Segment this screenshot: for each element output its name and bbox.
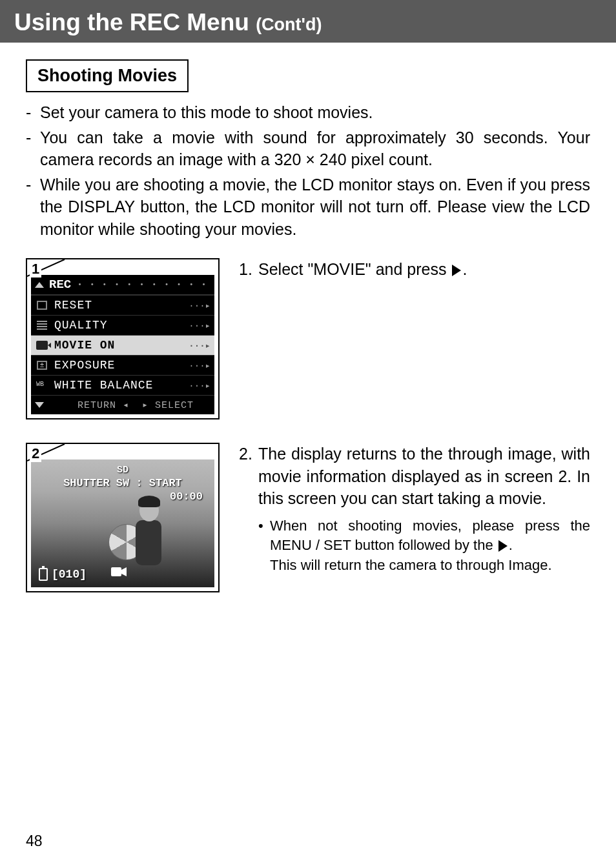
movie-mode-icon [111, 566, 127, 581]
shutter-label: SHUTTER SW : START [31, 477, 214, 489]
sub-text-line2: This will return the camera to through I… [270, 557, 552, 573]
menu-item-label: EXPOSURE [54, 359, 189, 372]
rec-menu-title: REC [49, 278, 71, 292]
menu-item-white-balance: WB WHITE BALANCE ···▸ [31, 375, 214, 395]
return-label: RETURN [77, 400, 116, 411]
header-title: Using the REC Menu [14, 9, 256, 35]
step-1-text: 1. Select "MOVIE" and press . [239, 258, 590, 281]
bullet-dash: - [26, 174, 40, 241]
select-label: SELECT [155, 400, 194, 411]
intro-bullets: - Set your camera to this mode to shoot … [26, 101, 590, 240]
menu-item-exposure: ± EXPOSURE ···▸ [31, 355, 214, 375]
arrow-right-icon: ···▸ [189, 380, 210, 391]
header-cont: (Cont'd) [256, 15, 322, 34]
menu-item-label: WHITE BALANCE [54, 379, 189, 392]
step-number: 2. [239, 443, 258, 576]
sub-text-after: . [509, 537, 513, 553]
sub-text-before: When not shooting movies, please press t… [270, 518, 590, 554]
chevron-up-icon [35, 282, 44, 288]
sub-bullet-dot: • [258, 516, 270, 576]
sub-bullet-text: When not shooting movies, please press t… [270, 516, 590, 576]
screenshot-1: 1 REC • • • • • • • • • • • RESET ···▸ [26, 258, 220, 419]
step-text-before: Select "MOVIE" and press [258, 260, 451, 278]
step-2-text: 2. The display returns to the through im… [239, 443, 590, 576]
page-header: Using the REC Menu (Cont'd) [0, 0, 616, 43]
exposure-icon: ± [35, 359, 49, 371]
page-number: 48 [26, 833, 43, 850]
dots-icon: • • • • • • • • • • • [77, 281, 210, 288]
triangle-right-icon [498, 540, 508, 552]
sd-indicator: SD [31, 465, 214, 476]
frame-counter: [010] [52, 568, 87, 581]
quality-icon [35, 319, 49, 331]
white-balance-icon: WB [35, 379, 49, 391]
arrow-right-icon: ···▸ [189, 360, 210, 371]
movie-icon [35, 339, 49, 351]
step-2-row: 2 SD SHUTTER SW : START 00:00 [26, 443, 590, 592]
section-label: Shooting Movies [26, 59, 189, 92]
subject-illustration [108, 494, 167, 572]
step-body: The display returns to the through image… [258, 443, 590, 576]
step-body: Select "MOVIE" and press . [258, 258, 590, 281]
chevron-down-icon [35, 402, 44, 408]
time-counter: 00:00 [170, 490, 203, 503]
menu-item-reset: RESET ···▸ [31, 295, 214, 315]
step-text-after: . [462, 260, 467, 278]
menu-item-label: RESET [54, 299, 189, 312]
menu-item-quality: QUALITY ···▸ [31, 315, 214, 335]
arrow-right-icon: ···▸ [189, 300, 210, 311]
bullet-dash: - [26, 101, 40, 124]
triangle-right-icon [452, 265, 461, 276]
bullet-dash: - [26, 126, 40, 171]
step-main-text: The display returns to the through image… [258, 445, 590, 507]
step-1-row: 1 REC • • • • • • • • • • • RESET ···▸ [26, 258, 590, 419]
arrow-right-icon: ···▸ [189, 340, 210, 351]
bottom-overlay: [010] [39, 568, 87, 581]
screenshot-2: 2 SD SHUTTER SW : START 00:00 [26, 443, 220, 592]
through-image-preview: SD SHUTTER SW : START 00:00 [010] [31, 459, 214, 587]
svg-rect-2 [111, 567, 121, 576]
arrow-right-icon: ···▸ [189, 320, 210, 331]
rec-menu: REC • • • • • • • • • • • RESET ···▸ QUA… [31, 275, 214, 414]
bullet-text-1: Set your camera to this mode to shoot mo… [40, 101, 590, 124]
menu-item-movie: MOVIE ON ···▸ [31, 335, 214, 355]
svg-marker-3 [121, 567, 127, 576]
step-number: 1. [239, 258, 258, 281]
reset-icon [35, 299, 49, 311]
screenshot-number: 2 [30, 445, 41, 462]
menu-item-label: MOVIE ON [54, 339, 189, 352]
bullet-text-2: You can take a movie with sound for appr… [40, 126, 590, 171]
battery-icon [39, 568, 48, 581]
bullet-text-3: While you are shooting a movie, the LCD … [40, 174, 590, 241]
screenshot-number: 1 [30, 261, 41, 278]
footer-nav: RETURN ◂ ▸ SELECT [61, 399, 210, 411]
menu-item-label: QUALITY [54, 319, 189, 332]
